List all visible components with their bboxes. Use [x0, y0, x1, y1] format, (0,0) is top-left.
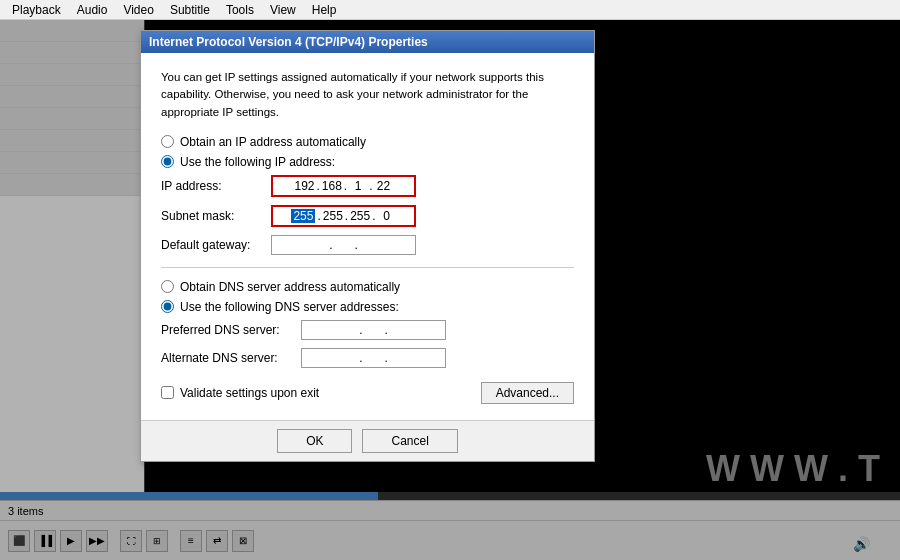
subnet-d: 0: [378, 209, 396, 223]
ip-b: 168: [322, 179, 342, 193]
auto-ip-label: Obtain an IP address automatically: [180, 135, 366, 149]
gateway-field[interactable]: . .: [271, 235, 416, 255]
dialog-footer: OK Cancel: [141, 420, 594, 461]
gateway-label: Default gateway:: [161, 238, 271, 252]
menu-playback[interactable]: Playback: [4, 1, 69, 19]
manual-dns-row: Use the following DNS server addresses:: [161, 300, 574, 314]
manual-dns-radio[interactable]: [161, 300, 174, 313]
validate-checkbox[interactable]: [161, 386, 174, 399]
ip-d: 22: [375, 179, 393, 193]
menu-help[interactable]: Help: [304, 1, 345, 19]
subnet-mask-field[interactable]: 255 . 255 . 255 . 0: [271, 205, 416, 227]
auto-dns-row: Obtain DNS server address automatically: [161, 280, 574, 294]
alternate-dns-row: Alternate DNS server: . .: [161, 348, 574, 368]
preferred-dns-label: Preferred DNS server:: [161, 323, 301, 337]
ip-address-label: IP address:: [161, 179, 271, 193]
subnet-a: 255: [291, 209, 315, 223]
menu-video[interactable]: Video: [115, 1, 161, 19]
menu-audio[interactable]: Audio: [69, 1, 116, 19]
cancel-button[interactable]: Cancel: [362, 429, 457, 453]
auto-dns-radio[interactable]: [161, 280, 174, 293]
advanced-button[interactable]: Advanced...: [481, 382, 574, 404]
dialog-titlebar: Internet Protocol Version 4 (TCP/IPv4) P…: [141, 31, 594, 53]
dialog-title: Internet Protocol Version 4 (TCP/IPv4) P…: [149, 35, 428, 49]
menu-view[interactable]: View: [262, 1, 304, 19]
manual-ip-row: Use the following IP address:: [161, 155, 574, 169]
alternate-dns-label: Alternate DNS server:: [161, 351, 301, 365]
validate-row: Validate settings upon exit Advanced...: [161, 382, 574, 404]
subnet-b: 255: [323, 209, 343, 223]
subnet-mask-label: Subnet mask:: [161, 209, 271, 223]
validate-left: Validate settings upon exit: [161, 386, 319, 400]
menu-subtitle[interactable]: Subtitle: [162, 1, 218, 19]
ip-properties-dialog: Internet Protocol Version 4 (TCP/IPv4) P…: [140, 30, 595, 462]
auto-ip-radio[interactable]: [161, 135, 174, 148]
ip-address-row: IP address: 192 . 168 . 1 . 22: [161, 175, 574, 197]
menu-tools[interactable]: Tools: [218, 1, 262, 19]
preferred-dns-row: Preferred DNS server: . .: [161, 320, 574, 340]
gateway-row: Default gateway: . .: [161, 235, 574, 255]
subnet-c: 255: [350, 209, 370, 223]
manual-ip-label: Use the following IP address:: [180, 155, 335, 169]
divider: [161, 267, 574, 268]
ok-button[interactable]: OK: [277, 429, 352, 453]
preferred-dns-field[interactable]: . .: [301, 320, 446, 340]
ip-a: 192: [294, 179, 314, 193]
alternate-dns-field[interactable]: . .: [301, 348, 446, 368]
dialog-body: You can get IP settings assigned automat…: [141, 53, 594, 420]
auto-dns-label: Obtain DNS server address automatically: [180, 280, 400, 294]
ip-address-field[interactable]: 192 . 168 . 1 . 22: [271, 175, 416, 197]
menubar: Playback Audio Video Subtitle Tools View…: [0, 0, 900, 20]
dialog-info-text: You can get IP settings assigned automat…: [161, 69, 574, 121]
manual-ip-radio[interactable]: [161, 155, 174, 168]
ip-c: 1: [349, 179, 367, 193]
subnet-mask-row: Subnet mask: 255 . 255 . 255 . 0: [161, 205, 574, 227]
validate-label: Validate settings upon exit: [180, 386, 319, 400]
manual-dns-label: Use the following DNS server addresses:: [180, 300, 399, 314]
auto-ip-row: Obtain an IP address automatically: [161, 135, 574, 149]
